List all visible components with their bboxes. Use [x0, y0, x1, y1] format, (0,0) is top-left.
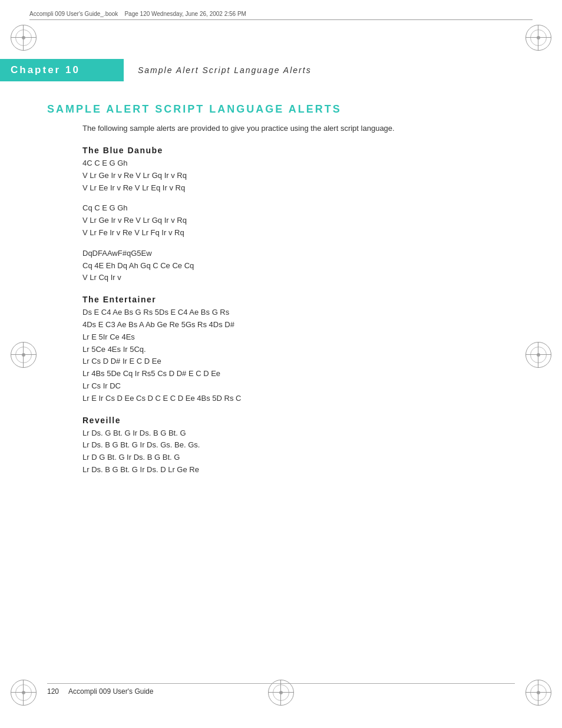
crosshair-br	[525, 680, 551, 706]
subsection-title-entertainer: The Entertainer	[82, 295, 515, 304]
crosshair-tl	[11, 25, 37, 51]
subsection-entertainer: The Entertainer Ds E C4 Ae Bs G Rs 5Ds E…	[82, 295, 515, 404]
code-line: Lr Ds. B G Bt. G Ir Ds. D Lr Ge Re	[82, 464, 515, 476]
subsection-blue-danube: The Blue Danube 4C C E G Gh V Lr Ge Ir v…	[82, 146, 515, 284]
crosshair-bc	[268, 680, 294, 706]
code-line: V Lr Cq Ir v	[82, 272, 515, 284]
code-line: 4C C E G Gh	[82, 157, 515, 170]
code-line: Ds E C4 Ae Bs G Rs 5Ds E C4 Ae Bs G Rs	[82, 307, 515, 319]
code-line: Lr D G Bt. G Ir Ds. B G Bt. G	[82, 452, 515, 464]
subsection-reveille: Reveille Lr Ds. G Bt. G Ir Ds. B G Bt. G…	[82, 416, 515, 476]
chapter-header: Chapter 10 Sample Alert Script Language …	[0, 59, 562, 81]
code-line: DqDFAAwF#qG5Ew	[82, 248, 515, 260]
code-line: Lr 4Bs 5De Cq Ir Rs5 Cs D D# E C D Ee	[82, 368, 515, 380]
meta-bar: Accompli 009 User's Guide_.book Page 120…	[29, 11, 533, 20]
code-line: Lr Ds. B G Bt. G Ir Ds. Gs. Be. Gs.	[82, 439, 515, 452]
subsection-title-blue-danube: The Blue Danube	[82, 146, 515, 155]
main-content: SAMPLE ALERT SCRIPT LANGUAGE ALERTS The …	[47, 103, 515, 487]
code-line: Cq 4E Eh Dq Ah Gq C Ce Ce Cq	[82, 260, 515, 272]
code-line: V Lr Ge Ir v Re V Lr Gq Ir v Rq	[82, 170, 515, 182]
footer-book-title: Accompli 009 User's Guide	[68, 687, 153, 696]
code-line: Lr Cs Ir DC	[82, 380, 515, 393]
code-line: V Lr Ge Ir v Re V Lr Gq Ir v Rq	[82, 215, 515, 227]
code-line: Lr E 5Ir Ce 4Es	[82, 331, 515, 344]
crosshair-tr	[525, 25, 551, 51]
subsection-title-reveille: Reveille	[82, 416, 515, 425]
code-line: 4Ds E C3 Ae Bs A Ab Ge Re 5Gs Rs 4Ds D#	[82, 319, 515, 331]
code-line: V Lr Fe Ir v Re V Lr Fq Ir v Rq	[82, 227, 515, 239]
code-line: V Lr Ee Ir v Re V Lr Eq Ir v Rq	[82, 182, 515, 195]
page-meta: Page 120 Wednesday, June 26, 2002 2:56 P…	[124, 11, 246, 17]
chapter-title: Sample Alert Script Language Alerts	[124, 59, 312, 81]
crosshair-mid-right	[525, 342, 551, 368]
crosshair-mid-left	[11, 342, 37, 368]
code-line: Lr Cs D D# Ir E C D Ee	[82, 355, 515, 368]
code-line: Cq C E G Gh	[82, 202, 515, 215]
code-line: Lr 5Ce 4Es Ir 5Cq.	[82, 344, 515, 356]
section-title: SAMPLE ALERT SCRIPT LANGUAGE ALERTS	[47, 103, 515, 116]
code-line: Lr Ds. G Bt. G Ir Ds. B G Bt. G	[82, 427, 515, 440]
book-meta: Accompli 009 User's Guide_.book	[29, 11, 118, 17]
footer-page-number: 120	[47, 687, 59, 696]
code-line: Lr E Ir Cs D Ee Cs D C E C D Ee 4Bs 5D R…	[82, 393, 515, 405]
chapter-label: Chapter 10	[0, 59, 124, 81]
intro-text: The following sample alerts are provided…	[82, 124, 515, 133]
crosshair-bl	[11, 680, 37, 706]
page-container: Accompli 009 User's Guide_.book Page 120…	[0, 0, 562, 728]
